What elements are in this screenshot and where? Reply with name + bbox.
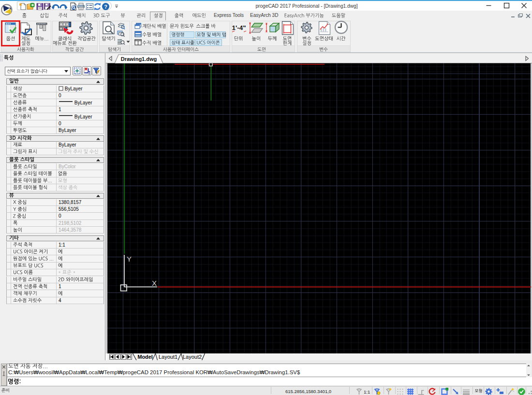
svg-text:?: ?	[104, 4, 107, 10]
svg-text:1'-4": 1'-4"	[232, 24, 246, 31]
svg-text:Y: Y	[127, 255, 132, 263]
svg-text:Layout1: Layout1	[159, 354, 177, 360]
svg-text:Drawing1.dwg: Drawing1.dwg	[121, 56, 157, 62]
svg-text:Layout2: Layout2	[183, 354, 202, 360]
svg-text:X: X	[152, 279, 157, 287]
svg-text:Model: Model	[138, 354, 153, 360]
